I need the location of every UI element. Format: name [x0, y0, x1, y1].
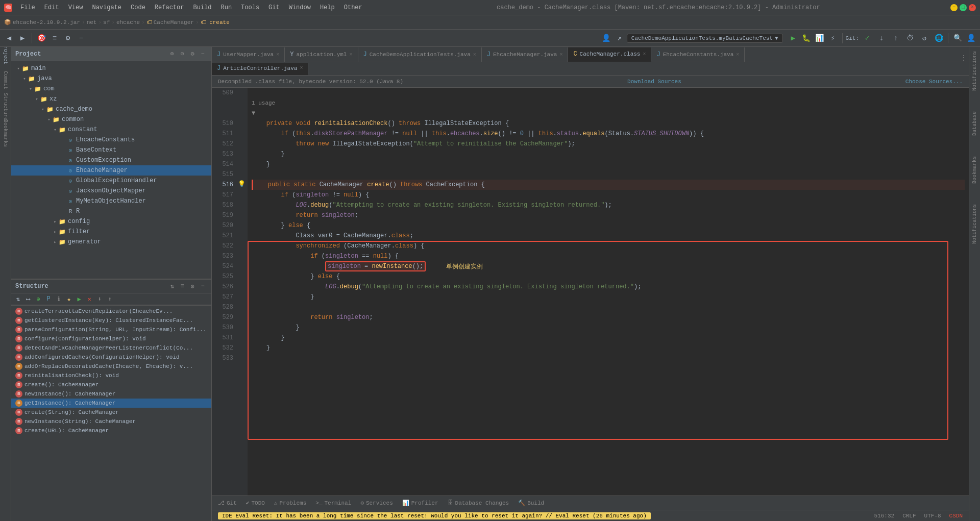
menu-other[interactable]: Other	[340, 3, 366, 12]
run-configuration[interactable]: CacheDemoApplicationTests.myBatisCacheTe…	[627, 34, 783, 43]
struct-item-5[interactable]: m detectAndFixCacheManagerPeerListenerCo…	[11, 343, 211, 353]
struct-item-3[interactable]: m parseConfiguration(String, URL, InputS…	[11, 325, 211, 334]
struct-item-createurl[interactable]: m create(URL): CacheManager	[11, 426, 211, 435]
git-check[interactable]: ✓	[861, 32, 873, 44]
breadcrumb-jar[interactable]: ehcache-2.10.9.2.jar	[13, 19, 80, 26]
breadcrumb-ehcache[interactable]: ehcache	[116, 19, 140, 26]
debug-button[interactable]: 🐛	[800, 32, 813, 44]
tab-close-article[interactable]: ×	[300, 65, 303, 71]
menu-edit[interactable]: Edit	[40, 3, 63, 12]
search-button[interactable]: 🔍	[951, 32, 964, 44]
menu-refactor[interactable]: Refactor	[151, 3, 188, 12]
bottom-tab-problems[interactable]: ⚠ Problems	[270, 498, 310, 508]
tree-filter[interactable]: ▸ 📁 filter	[11, 227, 211, 237]
breadcrumb-cachemanager[interactable]: CacheManager	[154, 19, 194, 26]
struct-btn-1[interactable]: ⇅	[13, 294, 22, 304]
avatar-button[interactable]: 👤	[965, 32, 977, 44]
status-crlf-item[interactable]: CRLF	[900, 513, 918, 519]
notifications-panel-btn2[interactable]: Notifications	[971, 202, 978, 246]
bottom-tab-git[interactable]: ⎇ Git	[214, 498, 241, 508]
structure-icon-left[interactable]: Structure	[1, 102, 10, 111]
fold-arrow[interactable]: ▼	[252, 110, 255, 117]
struct-btn-2[interactable]: ⟷	[23, 294, 33, 304]
struct-item-2[interactable]: m getClusteredInstance(Key): ClusteredIn…	[11, 316, 211, 325]
git-undo[interactable]: ↺	[918, 32, 930, 44]
struct-item-7[interactable]: m addOrReplaceDecoratedCache(Ehcache, Eh…	[11, 362, 211, 371]
tab-close-usermapper[interactable]: ×	[276, 52, 279, 58]
struct-item-newinstance[interactable]: m newInstance(): CacheManager	[11, 389, 211, 399]
download-sources-btn[interactable]: Download Sources	[627, 79, 681, 85]
profile-button[interactable]: ⚡	[827, 32, 839, 44]
struct-item-8[interactable]: m reinitalisationCheck(): void	[11, 371, 211, 380]
tree-global-exception[interactable]: ▾ ⊙ GlobalExceptionHandler	[11, 176, 211, 186]
menu-tools[interactable]: Tools	[237, 3, 263, 12]
collapse-all-button[interactable]: ≡	[48, 32, 61, 44]
breadcrumb-class[interactable]: 🏷	[146, 19, 152, 26]
forward-button[interactable]: ▶	[16, 32, 29, 44]
close-panel-btn[interactable]: −	[198, 49, 207, 59]
tree-xz[interactable]: ▾ 📁 xz	[11, 94, 211, 104]
expand-all-btn[interactable]: ⊕	[167, 49, 177, 59]
status-encoding-item[interactable]: UTF-8	[922, 513, 943, 519]
collapse-all-btn[interactable]: ⊖	[178, 49, 187, 59]
sort-alpha-btn[interactable]: ⇅	[167, 282, 177, 291]
settings-button[interactable]: ⚙	[62, 32, 74, 44]
menu-view[interactable]: View	[64, 3, 87, 12]
tree-common[interactable]: ▾ 📁 common	[11, 114, 211, 125]
tab-cachedemo-tests[interactable]: J CacheDemoApplicationTests.java ×	[358, 47, 482, 62]
tab-application-yml[interactable]: Y application.yml ×	[285, 47, 358, 62]
struct-btn-4[interactable]: P	[44, 294, 53, 304]
database-panel-btn[interactable]: Database	[971, 109, 978, 138]
commit-icon[interactable]: Commit	[1, 76, 10, 85]
tree-java[interactable]: ▾ 📁 java	[11, 73, 211, 84]
menu-window[interactable]: Window	[285, 3, 315, 12]
coverage-button[interactable]: 📊	[814, 32, 826, 44]
struct-item-1[interactable]: m createTerracottaEventReplicator(Ehcach…	[11, 307, 211, 316]
struct-btn-9[interactable]: ⬇	[95, 294, 104, 304]
close-button[interactable]: ×	[969, 4, 976, 11]
bottom-tab-db-changes[interactable]: 🗄 Database Changes	[444, 498, 513, 508]
struct-btn-7[interactable]: ▶	[75, 294, 84, 304]
bottom-tab-profiler[interactable]: 📊 Profiler	[398, 498, 443, 508]
struct-btn-5[interactable]: ℹ	[54, 294, 63, 304]
breadcrumb-sf[interactable]: sf	[103, 19, 110, 26]
struct-btn-6[interactable]: ★	[64, 294, 74, 304]
tab-close-yml[interactable]: ×	[349, 52, 352, 58]
struct-item-6[interactable]: m addConfiguredCaches(ConfigurationHelpe…	[11, 353, 211, 362]
menu-code[interactable]: Code	[127, 3, 150, 12]
tree-custom-exception[interactable]: ▾ ⊙ CustomException	[11, 155, 211, 165]
git-history[interactable]: ⏱	[904, 32, 916, 44]
tree-base-context[interactable]: ▾ ⊙ BaseContext	[11, 145, 211, 155]
tree-ehcache-constants[interactable]: ▾ ⊙ EhcacheConstants	[11, 135, 211, 145]
tab-ehcache-manager[interactable]: J EhcacheManager.java ×	[482, 47, 569, 62]
tree-cache-demo[interactable]: ▾ 📁 cache_demo	[11, 104, 211, 114]
arrow-icon[interactable]: ↗	[614, 32, 626, 44]
git-update[interactable]: ↓	[875, 32, 888, 44]
gear-btn[interactable]: ⚙	[188, 49, 197, 59]
bottom-tab-todo[interactable]: ✔ TODO	[242, 498, 269, 508]
menu-git[interactable]: Git	[264, 3, 284, 12]
tree-ehcache-manager[interactable]: ▾ ⊙ EhcacheManager	[11, 165, 211, 176]
window-controls[interactable]: − □ ×	[950, 4, 976, 11]
structure-close-btn[interactable]: −	[198, 282, 207, 291]
tree-main[interactable]: ▾ 📁 main	[11, 63, 211, 73]
more-button[interactable]: −	[75, 32, 87, 44]
struct-btn-3[interactable]: ⊕	[34, 294, 43, 304]
breadcrumb-method[interactable]: 🏷 create	[201, 19, 230, 26]
menu-bar[interactable]: File Edit View Navigate Code Refactor Bu…	[16, 3, 366, 12]
menu-navigate[interactable]: Navigate	[88, 3, 126, 12]
struct-item-createstr[interactable]: m create(String): CacheManager	[11, 408, 211, 417]
menu-build[interactable]: Build	[189, 3, 215, 12]
struct-item-newinstancestr[interactable]: m newInstance(String): CacheManager	[11, 417, 211, 426]
structure-buttons[interactable]: ⇅ ≡ ⚙ −	[167, 282, 207, 291]
breadcrumb-net[interactable]: net	[87, 19, 97, 26]
tree-meta-handler[interactable]: ▾ ⊙ MyMetaObjectHandler	[11, 196, 211, 206]
struct-item-4[interactable]: m configure(ConfigurationHelper): void	[11, 334, 211, 343]
tab-close-ehcache-constants[interactable]: ×	[736, 52, 739, 58]
maximize-button[interactable]: □	[960, 4, 967, 11]
tree-config[interactable]: ▸ 📁 config	[11, 216, 211, 227]
struct-item-create[interactable]: m create(): CacheManager	[11, 380, 211, 389]
tab-close-cachemanager[interactable]: ×	[643, 52, 646, 57]
back-button[interactable]: ◀	[3, 32, 15, 44]
tree-constant[interactable]: ▾ 📁 constant	[11, 125, 211, 135]
